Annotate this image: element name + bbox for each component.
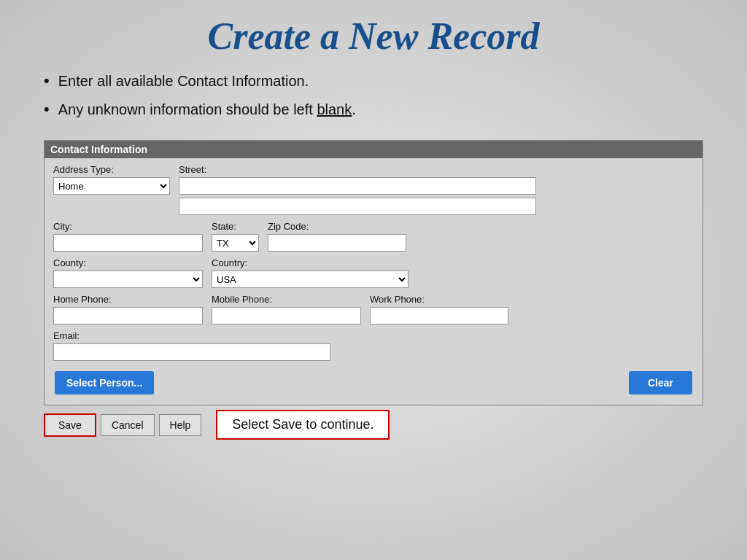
city-input[interactable]: [53, 234, 203, 252]
group-zip: Zip Code:: [268, 221, 406, 252]
group-home-phone: Home Phone:: [53, 294, 203, 324]
form-body: Address Type: Home Work Other Street: Ci…: [44, 158, 703, 405]
save-button[interactable]: Save: [44, 413, 96, 437]
street-label: Street:: [179, 164, 536, 175]
group-email: Email:: [53, 330, 330, 361]
page-title: Create a New Record: [208, 15, 540, 58]
form-header: Contact Information: [44, 141, 703, 158]
form-actions-top: Select Person... Clear: [53, 368, 694, 397]
bullet-list: • Enter all available Contact Informatio…: [44, 71, 703, 127]
bullet-dot-2: •: [44, 99, 50, 120]
contact-info-form: Contact Information Address Type: Home W…: [44, 140, 703, 405]
cancel-button[interactable]: Cancel: [101, 414, 155, 436]
group-state: State: TX CA NY: [212, 221, 259, 252]
state-select[interactable]: TX CA NY: [212, 234, 259, 252]
mobile-phone-input[interactable]: [212, 307, 361, 324]
mobile-phone-label: Mobile Phone:: [212, 294, 361, 305]
bullet-dot-1: •: [44, 71, 50, 92]
clear-button[interactable]: Clear: [629, 371, 692, 394]
bullet-text-2: Any unknown information should be left b…: [58, 99, 356, 120]
save-hint: Select Save to continue.: [216, 410, 390, 440]
group-city: City:: [53, 221, 203, 252]
home-phone-input[interactable]: [53, 307, 203, 324]
bullet-text-1: Enter all available Contact Information.: [58, 71, 309, 91]
county-select[interactable]: [53, 271, 203, 288]
row-phones: Home Phone: Mobile Phone: Work Phone:: [53, 294, 694, 324]
work-phone-label: Work Phone:: [370, 294, 508, 305]
street-input-1[interactable]: [179, 177, 536, 195]
country-label: Country:: [212, 257, 409, 268]
group-work-phone: Work Phone:: [370, 294, 508, 324]
zip-label: Zip Code:: [268, 221, 406, 232]
bottom-bar: Save Cancel Help Select Save to continue…: [44, 410, 703, 440]
work-phone-input[interactable]: [370, 307, 508, 324]
help-button[interactable]: Help: [159, 414, 202, 436]
city-label: City:: [53, 221, 203, 232]
select-person-button[interactable]: Select Person...: [55, 371, 154, 394]
zip-input[interactable]: [268, 234, 406, 252]
county-label: County:: [53, 257, 203, 268]
address-type-label: Address Type:: [53, 164, 170, 175]
street-input-2[interactable]: [179, 198, 536, 215]
row-county-country: County: Country: USA Canada Mexico: [53, 257, 694, 288]
email-label: Email:: [53, 330, 330, 341]
row-address-street: Address Type: Home Work Other Street:: [53, 164, 694, 215]
group-country: Country: USA Canada Mexico: [212, 257, 409, 288]
address-type-select[interactable]: Home Work Other: [53, 177, 170, 195]
bullet-item-2: • Any unknown information should be left…: [44, 99, 703, 120]
group-mobile-phone: Mobile Phone:: [212, 294, 361, 324]
bullet-item-1: • Enter all available Contact Informatio…: [44, 71, 703, 92]
email-input[interactable]: [53, 343, 330, 361]
group-street: Street:: [179, 164, 536, 215]
row-email: Email:: [53, 330, 694, 361]
blank-word: blank: [317, 101, 352, 117]
street-inputs: [179, 177, 536, 215]
country-select[interactable]: USA Canada Mexico: [212, 271, 409, 288]
state-label: State:: [212, 221, 259, 232]
row-city-state-zip: City: State: TX CA NY Zip Code:: [53, 221, 694, 252]
group-county: County:: [53, 257, 203, 288]
home-phone-label: Home Phone:: [53, 294, 203, 305]
group-address-type: Address Type: Home Work Other: [53, 164, 170, 195]
